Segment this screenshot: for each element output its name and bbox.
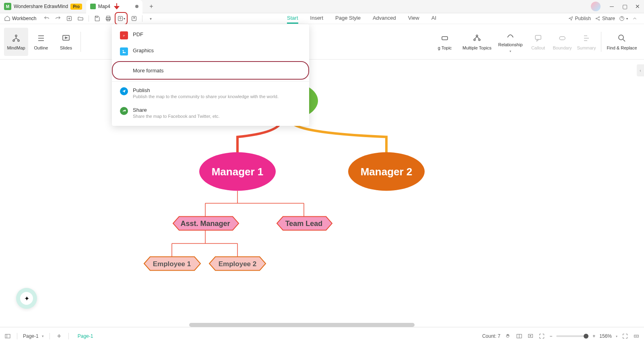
export-pdf-item[interactable]: P PDF [112,27,309,43]
horizontal-scrollbar[interactable] [189,323,415,327]
export-publish-item[interactable]: Publish Publish the map to the community… [112,83,309,103]
share-arrow-icon [120,107,128,115]
export-button[interactable]: ▾ [116,14,126,23]
redo-button[interactable] [53,14,63,23]
export-graphics-item[interactable]: Graphics [112,43,309,60]
workbench-button[interactable]: Workbench [4,15,36,22]
multiple-topics-button[interactable]: Multiple Topics [459,28,495,56]
hide-panel-button[interactable] [633,333,640,340]
new-tab-button[interactable]: + [146,1,157,12]
zoom-in-button[interactable]: + [592,333,595,339]
ai-assistant-button[interactable]: ✦ [16,288,37,309]
svg-point-10 [15,35,17,37]
svg-text:Manager 1: Manager 1 [212,166,264,178]
close-button[interactable]: ✕ [631,0,644,13]
svg-point-6 [596,18,597,19]
svg-rect-1 [107,16,110,18]
add-page-button[interactable]: + [56,333,63,340]
share-button[interactable]: Share [595,16,615,21]
svg-rect-19 [559,37,565,40]
svg-point-24 [123,50,124,51]
red-arrow-annotation [113,2,121,10]
tab-advanced[interactable]: Advanced [373,13,396,24]
slides-view-button[interactable]: Slides [54,28,78,56]
svg-rect-18 [535,35,541,39]
minimize-button[interactable]: ─ [605,0,618,13]
node-count: Count: 7 [482,333,500,339]
user-avatar[interactable] [591,2,601,11]
export-more-formats-item[interactable]: More formats [112,61,309,80]
svg-point-11 [13,40,14,41]
svg-text:Employee 2: Employee 2 [219,260,257,268]
print-button[interactable] [103,14,113,23]
summary-button[interactable]: Summary [574,28,599,56]
zoom-level[interactable]: 156% [599,333,612,339]
mindmap-view-button[interactable]: MindMap [4,28,28,56]
svg-rect-13 [63,35,69,40]
image-icon [120,47,128,55]
maximize-button[interactable]: ▢ [618,0,631,13]
svg-rect-14 [442,37,448,40]
export-share-item[interactable]: Share Share the map to Facebook and Twit… [112,103,309,123]
open-button[interactable] [76,14,85,23]
zoom-out-button[interactable]: − [549,333,552,339]
doc-icon [90,4,96,9]
export-dropdown: P PDF Graphics More formats Publish Publ… [112,24,309,126]
tab-start[interactable]: Start [287,13,298,24]
outline-panel-toggle[interactable] [4,333,11,340]
svg-text:P: P [123,35,125,37]
collapse-ribbon-button[interactable] [632,16,638,21]
pdf-icon: P [120,31,128,39]
more-toolbar-button[interactable]: ▾ [146,14,155,23]
tab-modified-dot [135,5,138,8]
fullscreen-button[interactable] [621,333,629,340]
undo-button[interactable] [42,14,52,23]
svg-point-16 [474,39,475,41]
doc-title: Map4 [98,4,110,9]
relationship-button[interactable]: Relationship ▾ [495,28,526,56]
svg-rect-5 [132,16,136,21]
import-button[interactable] [129,14,139,23]
zoom-slider[interactable] [556,335,588,337]
svg-text:Asst. Manager: Asst. Manager [180,220,230,228]
callout-button[interactable]: Callout [526,28,550,56]
svg-rect-23 [122,49,126,54]
page-tab-1[interactable]: Page-1 [74,332,97,341]
svg-point-7 [599,16,599,17]
svg-point-8 [599,19,599,20]
pro-badge: Pro [70,4,82,10]
svg-text:Team Lead: Team Lead [285,220,323,228]
svg-rect-32 [5,334,10,338]
boundary-button[interactable]: Boundary [550,28,574,56]
find-replace-button[interactable]: Find & Replace [604,28,640,56]
right-panel-toggle[interactable]: ‹ [637,64,644,76]
tab-page-style[interactable]: Page Style [335,13,361,24]
publish-icon [120,87,128,95]
svg-text:Manager 2: Manager 2 [361,166,413,178]
tab-ai[interactable]: AI [431,13,436,24]
app-logo-icon: M [4,3,11,10]
svg-point-20 [619,35,623,40]
page-selector[interactable]: Page-1 ▾ [23,333,44,339]
hand-tool-button[interactable] [504,333,512,340]
svg-point-12 [18,40,19,41]
presentation-button[interactable] [527,333,534,340]
app-tab[interactable]: M Wondershare EdrawMind Pro [0,0,86,13]
publish-button[interactable]: Publish [568,16,591,21]
svg-point-17 [479,39,480,41]
document-tab[interactable]: Map4 [86,0,142,13]
export-button-highlight: ▾ [115,12,128,25]
new-button[interactable] [64,14,74,23]
fit-page-button[interactable] [538,333,545,340]
outline-view-button[interactable]: Outline [29,28,53,56]
save-button[interactable] [92,14,102,23]
svg-text:Employee 1: Employee 1 [153,260,191,268]
help-button[interactable]: ▾ [619,16,628,21]
app-title: Wondershare EdrawMind [14,4,68,9]
mindmap-canvas[interactable]: Manager 1 Manager 2 Asst. Manager Team L… [0,60,644,327]
tab-insert[interactable]: Insert [310,13,324,24]
svg-point-15 [476,35,478,37]
floating-topic-button[interactable]: g Topic [430,28,459,56]
tab-view[interactable]: View [408,13,419,24]
read-mode-button[interactable] [516,333,523,340]
